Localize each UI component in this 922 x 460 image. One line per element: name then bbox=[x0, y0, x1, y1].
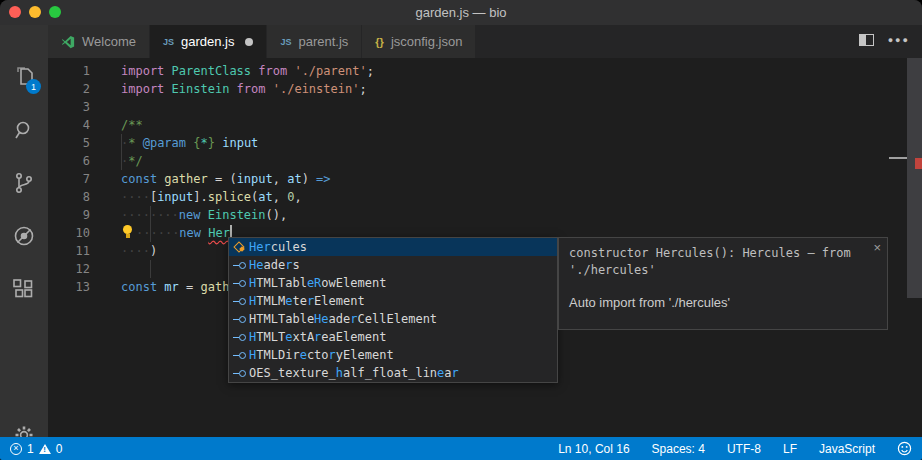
tab-jsconfig-json[interactable]: {}jsconfig.json bbox=[362, 25, 476, 58]
editor-scrollbar[interactable] bbox=[907, 58, 922, 298]
split-editor-icon[interactable] bbox=[859, 34, 874, 46]
suggestion-item-htmltableheadercellelement[interactable]: HTMLTableHeaderCellElement bbox=[229, 310, 557, 328]
tab-label: jsconfig.json bbox=[391, 34, 463, 49]
code-token: mr bbox=[164, 280, 178, 294]
suggestion-item-hercules[interactable]: Hercules bbox=[229, 238, 557, 256]
code-line-4[interactable]: 4/** bbox=[48, 116, 922, 134]
tab-parent-js[interactable]: JSparent.js bbox=[267, 25, 362, 58]
suggestion-item-htmltablerowelement[interactable]: HTMLTableRowElement bbox=[229, 274, 557, 292]
code-token: ·· bbox=[136, 226, 150, 240]
class-symbol-icon bbox=[229, 242, 249, 252]
code-line-2[interactable]: 2import Einstein from './einstein'; bbox=[48, 80, 922, 98]
zoom-window-button[interactable] bbox=[49, 6, 61, 18]
problems-indicator[interactable]: × 1 0 bbox=[10, 442, 62, 456]
overview-ruler-error-mark bbox=[915, 158, 922, 169]
status-item-javascript[interactable]: JavaScript bbox=[819, 442, 875, 456]
search-icon[interactable] bbox=[12, 118, 36, 142]
code-token: ···· bbox=[150, 208, 179, 222]
suggestion-item-htmldirectoryelement[interactable]: HTMLDirectoryElement bbox=[229, 346, 557, 364]
close-window-button[interactable] bbox=[9, 6, 21, 18]
javascript-file-icon: JS bbox=[280, 37, 291, 47]
code-token: ) bbox=[302, 172, 316, 186]
source-control-icon[interactable] bbox=[12, 171, 36, 195]
suggestion-item-headers[interactable]: Headers bbox=[229, 256, 557, 274]
suggestion-signature: constructor Hercules(): Hercules — from … bbox=[569, 245, 865, 279]
indent-guide bbox=[150, 260, 151, 278]
line-number: 12 bbox=[48, 260, 90, 278]
interface-symbol-icon bbox=[229, 262, 249, 269]
code-token: input bbox=[222, 136, 258, 150]
suggestion-item-htmlmeterelement[interactable]: HTMLMeterElement bbox=[229, 292, 557, 310]
line-content: ····) bbox=[121, 244, 157, 258]
activity-bar: 1 bbox=[0, 25, 48, 437]
more-actions-icon[interactable]: ●●● bbox=[888, 34, 910, 46]
code-line-6[interactable]: 6·*/ bbox=[48, 152, 922, 170]
code-token: ]. bbox=[193, 190, 207, 204]
feedback-smiley-icon[interactable] bbox=[897, 441, 912, 456]
symbol-icon-shape bbox=[233, 316, 246, 323]
suggestion-label: OES_texture_half_float_linear bbox=[249, 364, 459, 382]
tab-welcome[interactable]: Welcome bbox=[48, 25, 150, 58]
code-token: const bbox=[121, 172, 157, 186]
status-item-spaces[interactable]: Spaces: 4 bbox=[652, 442, 705, 456]
tab-bar: WelcomeJSgarden.jsJSparent.js{}jsconfig.… bbox=[48, 25, 922, 58]
code-token: import bbox=[121, 82, 172, 96]
status-item-ln[interactable]: Ln 10, Col 16 bbox=[558, 442, 629, 456]
suggestion-detail: Auto import from './hercules' bbox=[569, 295, 865, 310]
code-token: , bbox=[273, 190, 287, 204]
symbol-icon-shape bbox=[233, 298, 246, 305]
interface-symbol-icon bbox=[229, 280, 249, 287]
code-line-1[interactable]: 1import ParentClass from './parent'; bbox=[48, 62, 922, 80]
code-line-9[interactable]: 9········new Einstein(), bbox=[48, 206, 922, 224]
line-content: const mr = gath bbox=[121, 280, 229, 294]
title-bar: garden.js — bio bbox=[0, 0, 922, 25]
code-token: } bbox=[208, 136, 215, 150]
code-token: (), bbox=[266, 208, 288, 222]
status-bar-right: Ln 10, Col 16Spaces: 4UTF-8LFJavaScript bbox=[558, 441, 912, 456]
status-bar: × 1 0 Ln 10, Col 16Spaces: 4UTF-8LFJavaS… bbox=[0, 437, 922, 460]
code-line-7[interactable]: 7const gather = (input, at) => bbox=[48, 170, 922, 188]
tab-label: parent.js bbox=[298, 34, 348, 49]
code-token: = ( bbox=[208, 172, 237, 186]
code-token: ···· bbox=[121, 190, 150, 204]
line-content: ····[input].splice(at, 0, bbox=[121, 190, 302, 204]
code-token bbox=[201, 208, 208, 222]
vscode-logo-icon bbox=[61, 35, 75, 49]
code-token: from bbox=[237, 82, 273, 96]
symbol-icon-shape bbox=[233, 262, 246, 269]
status-item-utf-8[interactable]: UTF-8 bbox=[727, 442, 761, 456]
code-token: import bbox=[121, 64, 172, 78]
code-token bbox=[229, 82, 236, 96]
code-line-3[interactable]: 3 bbox=[48, 98, 922, 116]
close-icon[interactable]: × bbox=[873, 240, 881, 255]
extensions-icon[interactable] bbox=[12, 277, 36, 301]
code-token: './parent' bbox=[294, 64, 366, 78]
suggestion-label: HTMLDirectoryElement bbox=[249, 346, 394, 364]
suggestion-item-htmltextareaelement[interactable]: HTMLTextAreaElement bbox=[229, 328, 557, 346]
code-token: new bbox=[179, 208, 201, 222]
lightbulb-icon[interactable] bbox=[121, 225, 136, 239]
code-token: input bbox=[237, 172, 273, 186]
interface-symbol-icon bbox=[229, 316, 249, 323]
minimize-window-button[interactable] bbox=[29, 6, 41, 18]
suggestion-label: Hercules bbox=[249, 238, 307, 256]
code-token: */ bbox=[128, 154, 142, 168]
symbol-icon-shape bbox=[234, 242, 244, 252]
status-item-lf[interactable]: LF bbox=[783, 442, 797, 456]
code-token: * bbox=[201, 136, 208, 150]
tab-garden-js[interactable]: JSgarden.js bbox=[150, 25, 268, 58]
suggestion-label: HTMLTableRowElement bbox=[249, 274, 386, 292]
code-line-8[interactable]: 8····[input].splice(at, 0, bbox=[48, 188, 922, 206]
code-line-5[interactable]: 5·* @param {*} input bbox=[48, 134, 922, 152]
symbol-icon-shape bbox=[233, 334, 246, 341]
code-token: new bbox=[179, 226, 201, 240]
modified-dot-icon[interactable] bbox=[245, 38, 253, 46]
code-token: gather bbox=[164, 172, 207, 186]
suggestion-item-oes_texture_half_float_linear[interactable]: OES_texture_half_float_linear bbox=[229, 364, 557, 382]
error-count: 1 bbox=[27, 442, 34, 456]
javascript-file-icon: JS bbox=[163, 37, 174, 47]
code-token: ) bbox=[150, 244, 157, 258]
explorer-badge: 1 bbox=[26, 79, 41, 94]
code-token: , bbox=[273, 172, 287, 186]
debug-icon[interactable] bbox=[12, 224, 36, 248]
